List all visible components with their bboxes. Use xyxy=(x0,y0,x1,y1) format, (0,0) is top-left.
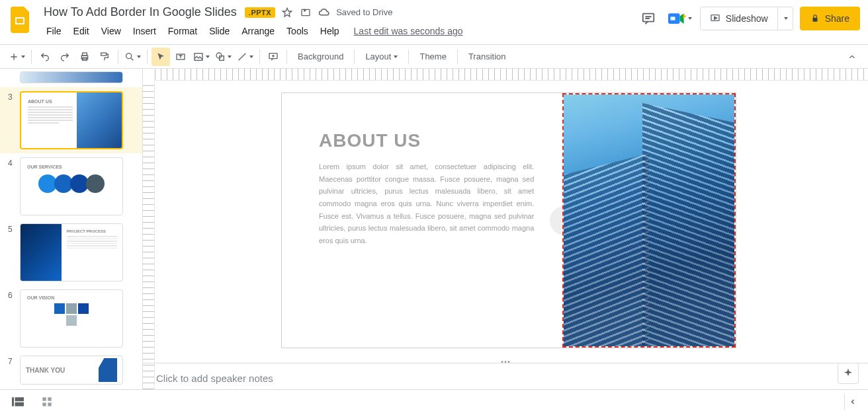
separator xyxy=(147,50,148,64)
svg-rect-20 xyxy=(15,402,24,406)
menu-edit[interactable]: Edit xyxy=(68,23,95,39)
redo-button[interactable] xyxy=(56,48,74,66)
last-edit-link[interactable]: Last edit was seconds ago xyxy=(354,26,463,36)
separator xyxy=(408,50,409,64)
filmstrip-view-icon[interactable] xyxy=(8,394,28,410)
menu-format[interactable]: Format xyxy=(163,23,202,39)
thumbnail-3[interactable]: ABOUT US xyxy=(20,91,123,149)
zoom-button[interactable] xyxy=(122,48,143,66)
menu-arrange[interactable]: Arrange xyxy=(236,23,280,39)
comment-button[interactable] xyxy=(264,48,282,66)
chevron-down-icon xyxy=(688,17,692,20)
slides-logo[interactable] xyxy=(8,7,34,33)
thumb-number: 6 xyxy=(8,289,16,348)
thumb-number: 5 xyxy=(8,223,16,282)
menu-slide[interactable]: Slide xyxy=(204,23,235,39)
menu-view[interactable]: View xyxy=(96,23,126,39)
svg-rect-24 xyxy=(48,402,51,406)
slide-title[interactable]: ABOUT US xyxy=(319,130,534,151)
paint-format-button[interactable] xyxy=(95,48,114,66)
collapse-toolbar-button[interactable] xyxy=(843,48,861,66)
chevron-down-icon xyxy=(206,56,210,58)
separator xyxy=(118,50,118,64)
transition-button[interactable]: Transition xyxy=(462,48,513,66)
svg-rect-22 xyxy=(48,397,51,400)
share-button[interactable]: Share xyxy=(800,7,860,30)
line-button[interactable] xyxy=(235,48,255,66)
cloud-icon[interactable] xyxy=(318,6,331,19)
grid-view-icon[interactable] xyxy=(37,394,57,410)
explore-button[interactable] xyxy=(838,363,859,384)
separator xyxy=(31,50,32,64)
svg-rect-5 xyxy=(670,17,675,20)
thumb-number: 3 xyxy=(8,91,16,149)
svg-rect-19 xyxy=(15,397,24,401)
separator xyxy=(354,50,355,64)
star-icon[interactable] xyxy=(281,6,294,19)
separator xyxy=(286,50,287,64)
thumb-number: 4 xyxy=(8,157,16,215)
chevron-down-icon xyxy=(137,56,141,58)
slide-body-text[interactable]: Lorem ipsum dolor sit amet, consectetuer… xyxy=(319,161,534,247)
thumbnail-7[interactable]: THANK YOU xyxy=(20,356,123,385)
thumbnail-4[interactable]: OUR SERVICES xyxy=(20,157,123,215)
toolbar: Background Layout Theme Transition xyxy=(0,45,868,69)
slideshow-dropdown[interactable] xyxy=(778,7,793,30)
slide-stage[interactable]: ABOUT US Lorem ipsum dolor sit amet, con… xyxy=(143,81,868,363)
chevron-down-icon xyxy=(21,56,25,58)
file-type-badge: .PPTX xyxy=(245,7,275,18)
svg-rect-9 xyxy=(83,53,87,56)
chevron-down-icon xyxy=(394,56,398,58)
thumbnail-5[interactable]: PROJECT PROCESS xyxy=(20,223,123,282)
collapse-panel-icon[interactable] xyxy=(844,394,860,410)
menu-tools[interactable]: Tools xyxy=(281,23,314,39)
document-title[interactable]: How To Add Border In Google Slides xyxy=(41,4,239,20)
slide-image-area[interactable] xyxy=(563,93,736,348)
save-status: Saved to Drive xyxy=(336,7,392,17)
thumbnail-partial[interactable] xyxy=(20,71,123,83)
select-tool[interactable] xyxy=(152,48,170,66)
thumbnail-6[interactable]: OUR VISION xyxy=(20,289,123,348)
building-image[interactable] xyxy=(564,94,734,346)
title-area: How To Add Border In Google Slides .PPTX… xyxy=(41,4,636,39)
theme-button[interactable]: Theme xyxy=(413,48,453,66)
meet-icon[interactable] xyxy=(667,7,693,30)
menu-file[interactable]: File xyxy=(41,23,67,39)
menu-help[interactable]: Help xyxy=(315,23,345,39)
menu-bar: File Edit View Insert Format Slide Arran… xyxy=(41,23,636,39)
textbox-button[interactable] xyxy=(171,48,190,66)
new-slide-button[interactable] xyxy=(7,48,27,66)
chevron-down-icon xyxy=(784,17,788,20)
comments-icon[interactable] xyxy=(636,7,660,30)
move-icon[interactable] xyxy=(299,6,312,19)
notes-resize-handle[interactable] xyxy=(501,361,510,363)
canvas-area: ABOUT US Lorem ipsum dolor sit amet, con… xyxy=(143,69,868,413)
thumbnail-panel[interactable]: 3 ABOUT US 4 OUR SERVICES 5 PROJECT PROC… xyxy=(0,69,143,413)
share-label: Share xyxy=(825,13,849,24)
slide-text-area[interactable]: ABOUT US Lorem ipsum dolor sit amet, con… xyxy=(282,93,563,348)
separator xyxy=(259,50,260,64)
layout-button[interactable]: Layout xyxy=(359,48,404,66)
undo-button[interactable] xyxy=(36,48,54,66)
slideshow-label: Slideshow xyxy=(726,13,768,24)
slideshow-group: Slideshow xyxy=(700,7,793,30)
background-button[interactable]: Background xyxy=(291,48,350,66)
notes-placeholder[interactable]: Click to add speaker notes xyxy=(156,373,855,384)
slideshow-button[interactable]: Slideshow xyxy=(701,7,778,30)
svg-rect-3 xyxy=(643,14,654,22)
svg-rect-18 xyxy=(12,397,14,406)
footer-bar xyxy=(0,389,868,413)
print-button[interactable] xyxy=(75,48,94,66)
image-button[interactable] xyxy=(191,48,212,66)
svg-rect-21 xyxy=(42,397,46,400)
svg-rect-11 xyxy=(101,53,107,56)
separator xyxy=(457,50,458,64)
active-slide[interactable]: ABOUT US Lorem ipsum dolor sit amet, con… xyxy=(281,93,736,348)
svg-rect-1 xyxy=(17,19,23,23)
shape-button[interactable] xyxy=(213,48,234,66)
main-area: 3 ABOUT US 4 OUR SERVICES 5 PROJECT PROC… xyxy=(0,69,868,413)
selected-image-border[interactable] xyxy=(562,93,736,348)
svg-rect-7 xyxy=(812,18,817,22)
menu-insert[interactable]: Insert xyxy=(128,23,161,39)
horizontal-ruler[interactable] xyxy=(155,69,868,81)
